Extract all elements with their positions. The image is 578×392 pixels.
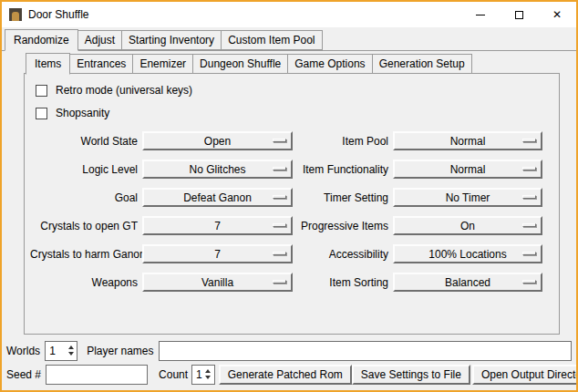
- timer-setting-dropdown[interactable]: No Timer: [393, 188, 542, 207]
- player-names-input[interactable]: [159, 341, 573, 361]
- dropdown-indicator-icon: [273, 280, 286, 284]
- accessibility-label: Accessibility: [297, 248, 388, 261]
- world-state-label: World State: [30, 135, 138, 148]
- open-output-directory-button[interactable]: Open Output Directory: [472, 365, 578, 385]
- spin-down-icon[interactable]: [68, 352, 74, 356]
- dropdown-indicator-icon: [522, 252, 536, 255]
- progressive-items-label: Progressive Items: [297, 220, 388, 232]
- retro-mode-label: Retro mode (universal keys): [56, 84, 192, 97]
- crystals-ganon-dropdown[interactable]: 7: [142, 244, 293, 263]
- accessibility-dropdown[interactable]: 100% Locations: [393, 244, 542, 263]
- item-sorting-dropdown[interactable]: Balanced: [393, 273, 542, 292]
- close-icon: ✕: [552, 9, 562, 20]
- weapons-dropdown[interactable]: Vanilla: [142, 273, 293, 292]
- dropdown-indicator-icon: [273, 195, 286, 199]
- spin-buttons: [65, 342, 77, 360]
- item-pool-dropdown[interactable]: Normal: [393, 131, 542, 150]
- dropdown-indicator-icon: [273, 167, 286, 170]
- item-functionality-label: Item Functionality: [297, 163, 388, 176]
- tab-custom-item-pool[interactable]: Custom Item Pool: [221, 30, 322, 50]
- dropdown-indicator-icon: [273, 223, 286, 227]
- settings-grid: World State Open Item Pool Normal Logic …: [30, 131, 555, 292]
- dropdown-indicator-icon: [522, 167, 536, 170]
- count-label: Count: [159, 368, 188, 381]
- progressive-items-value: On: [460, 220, 475, 232]
- close-button[interactable]: ✕: [538, 2, 576, 27]
- dropdown-indicator-icon: [522, 139, 536, 142]
- outer-tab-bar: Randomize Adjust Starting Inventory Cust…: [2, 29, 576, 50]
- logic-level-value: No Glitches: [189, 163, 245, 176]
- retro-mode-row: Retro mode (universal keys): [36, 81, 555, 99]
- worlds-spinbox[interactable]: 1: [45, 341, 77, 361]
- dropdown-indicator-icon: [522, 280, 536, 284]
- maximize-icon: [515, 11, 523, 19]
- tab-items[interactable]: Items: [26, 53, 70, 75]
- tab-dungeon-shuffle[interactable]: Dungeon Shuffle: [192, 54, 288, 74]
- app-window: Door Shuffle ✕ Randomize Adjust Starting…: [0, 0, 578, 392]
- seed-input[interactable]: [46, 365, 148, 385]
- item-pool-value: Normal: [450, 135, 486, 148]
- shopsanity-checkbox[interactable]: [36, 108, 47, 119]
- tab-starting-inventory[interactable]: Starting Inventory: [121, 30, 222, 50]
- weapons-label: Weapons: [30, 276, 138, 289]
- spin-down-icon[interactable]: [205, 376, 211, 379]
- tab-entrances[interactable]: Entrances: [69, 54, 133, 74]
- tab-adjust[interactable]: Adjust: [77, 30, 122, 50]
- item-functionality-value: Normal: [450, 163, 486, 176]
- dropdown-indicator-icon: [273, 139, 286, 142]
- worlds-label: Worlds: [6, 345, 40, 357]
- crystals-ganon-value: 7: [214, 248, 221, 261]
- dropdown-indicator-icon: [522, 195, 536, 199]
- logic-level-label: Logic Level: [30, 163, 138, 176]
- items-tab-pane: Retro mode (universal keys) Shopsanity W…: [24, 73, 560, 335]
- window-title: Door Shuffle: [28, 8, 89, 21]
- tab-enemizer[interactable]: Enemizer: [132, 54, 193, 74]
- dropdown-indicator-icon: [522, 223, 536, 227]
- item-sorting-value: Balanced: [445, 276, 490, 289]
- inner-tab-bar: Items Entrances Enemizer Dungeon Shuffle…: [24, 53, 560, 74]
- world-state-value: Open: [204, 135, 231, 148]
- seed-row: Seed # Count 1 Generate Patched Rom Save…: [5, 364, 573, 385]
- titlebar: Door Shuffle ✕: [2, 2, 576, 27]
- timer-setting-value: No Timer: [446, 191, 490, 204]
- spin-up-icon[interactable]: [205, 369, 211, 373]
- randomize-tab-pane: Items Entrances Enemizer Dungeon Shuffle…: [2, 50, 576, 359]
- count-value: 1: [196, 368, 202, 381]
- item-pool-label: Item Pool: [297, 135, 388, 148]
- worlds-row: Worlds 1 Player names: [5, 340, 573, 361]
- world-state-dropdown[interactable]: Open: [142, 131, 293, 150]
- accessibility-value: 100% Locations: [428, 248, 506, 261]
- spin-buttons: [202, 366, 214, 384]
- goal-dropdown[interactable]: Defeat Ganon: [142, 188, 293, 207]
- crystals-gt-dropdown[interactable]: 7: [142, 216, 293, 235]
- tab-randomize[interactable]: Randomize: [5, 29, 78, 51]
- player-names-label: Player names: [87, 345, 153, 357]
- progressive-items-dropdown[interactable]: On: [393, 216, 542, 235]
- dropdown-indicator-icon: [273, 252, 286, 255]
- tab-game-options[interactable]: Game Options: [287, 54, 372, 74]
- minimize-button[interactable]: [461, 2, 500, 27]
- inner-notebook: Items Entrances Enemizer Dungeon Shuffle…: [24, 53, 560, 335]
- bottom-controls: Worlds 1 Player names Seed # Count 1: [5, 340, 573, 385]
- shopsanity-label: Shopsanity: [56, 107, 109, 119]
- spin-up-icon[interactable]: [68, 346, 74, 349]
- count-spinbox[interactable]: 1: [191, 365, 215, 385]
- maximize-button[interactable]: [500, 2, 538, 27]
- logic-level-dropdown[interactable]: No Glitches: [142, 160, 293, 179]
- crystals-ganon-label: Crystals to harm Ganon: [30, 248, 138, 261]
- generate-patched-rom-button[interactable]: Generate Patched Rom: [219, 365, 352, 385]
- shopsanity-row: Shopsanity: [36, 104, 555, 122]
- crystals-gt-value: 7: [214, 220, 221, 232]
- retro-mode-checkbox[interactable]: [36, 85, 47, 97]
- minimize-icon: [476, 15, 485, 15]
- app-icon: [9, 8, 22, 21]
- timer-setting-label: Timer Setting: [297, 191, 388, 204]
- tab-generation-setup[interactable]: Generation Setup: [372, 54, 472, 74]
- item-functionality-dropdown[interactable]: Normal: [393, 160, 542, 179]
- save-settings-button[interactable]: Save Settings to File: [352, 365, 470, 385]
- goal-value: Defeat Ganon: [183, 191, 252, 204]
- goal-label: Goal: [30, 191, 138, 204]
- item-sorting-label: Item Sorting: [297, 276, 388, 289]
- seed-label: Seed #: [6, 368, 41, 381]
- crystals-gt-label: Crystals to open GT: [30, 220, 138, 232]
